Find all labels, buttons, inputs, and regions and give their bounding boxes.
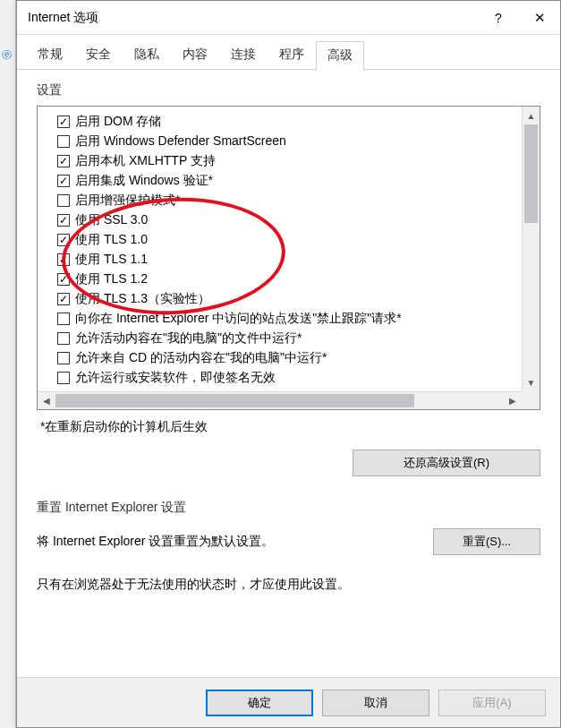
settings-listbox[interactable]: 启用 DOM 存储启用 Windows Defender SmartScreen… bbox=[37, 106, 540, 410]
restore-row: 还原高级设置(R) bbox=[37, 450, 540, 476]
tab-connections[interactable]: 连接 bbox=[219, 40, 268, 69]
internet-options-dialog: Internet 选项 ? ✕ 常规 安全 隐私 内容 连接 程序 高级 设置 … bbox=[16, 0, 561, 728]
list-item[interactable]: 允许活动内容在"我的电脑"的文件中运行* bbox=[57, 329, 516, 348]
cancel-button[interactable]: 取消 bbox=[322, 689, 429, 716]
restart-note: *在重新启动你的计算机后生效 bbox=[40, 419, 540, 435]
horizontal-scrollbar[interactable]: ◀ ▶ bbox=[38, 391, 522, 409]
tab-advanced[interactable]: 高级 bbox=[316, 41, 364, 70]
list-item-label: 启用 Windows Defender SmartScreen bbox=[75, 133, 286, 150]
list-item-label: 启用本机 XMLHTTP 支持 bbox=[75, 153, 216, 169]
reset-note: 只有在浏览器处于无法使用的状态时，才应使用此设置。 bbox=[37, 577, 540, 593]
checkbox[interactable] bbox=[57, 234, 70, 246]
list-item[interactable]: 使用 TLS 1.2 bbox=[57, 270, 516, 289]
list-item-label: 启用集成 Windows 验证* bbox=[75, 173, 213, 189]
reset-row: 将 Internet Explorer 设置重置为默认设置。 重置(S)... bbox=[37, 528, 540, 555]
ie-icon: ⓔ bbox=[2, 48, 14, 61]
checkbox[interactable] bbox=[57, 214, 70, 227]
list-item[interactable]: 启用 DOM 存储 bbox=[57, 112, 516, 132]
checkbox[interactable] bbox=[57, 194, 70, 207]
hscroll-thumb[interactable] bbox=[55, 394, 414, 407]
list-item[interactable]: 启用本机 XMLHTTP 支持 bbox=[57, 151, 516, 171]
list-item-label: 向你在 Internet Explorer 中访问的站点发送"禁止跟踪"请求* bbox=[75, 311, 402, 327]
checkbox[interactable] bbox=[57, 293, 70, 305]
settings-list-inner: 启用 DOM 存储启用 Windows Defender SmartScreen… bbox=[38, 107, 522, 391]
checkbox[interactable] bbox=[57, 135, 70, 148]
list-item-label: 允许来自 CD 的活动内容在"我的电脑"中运行* bbox=[75, 350, 327, 366]
checkbox[interactable] bbox=[57, 352, 70, 364]
list-item-label: 使用 TLS 1.1 bbox=[75, 252, 148, 268]
vertical-scrollbar[interactable]: ▲ ▼ bbox=[522, 107, 540, 391]
scroll-up-icon[interactable]: ▲ bbox=[523, 107, 540, 124]
tab-programs[interactable]: 程序 bbox=[268, 40, 316, 69]
scroll-track[interactable] bbox=[523, 124, 540, 373]
reset-button[interactable]: 重置(S)... bbox=[433, 528, 540, 555]
tab-content[interactable]: 内容 bbox=[171, 40, 219, 69]
checkbox[interactable] bbox=[57, 273, 70, 286]
apply-button[interactable]: 应用(A) bbox=[438, 689, 546, 716]
checkbox[interactable] bbox=[57, 253, 70, 266]
restore-advanced-button[interactable]: 还原高级设置(R) bbox=[353, 450, 540, 476]
list-item[interactable]: 启用 Windows Defender SmartScreen bbox=[57, 132, 516, 151]
window-left-edge: ⓔ bbox=[0, 0, 16, 728]
settings-label: 设置 bbox=[37, 82, 540, 98]
list-item-label: 允许运行或安装软件，即使签名无效 bbox=[75, 370, 276, 386]
scroll-thumb[interactable] bbox=[524, 124, 538, 223]
list-item[interactable]: 允许来自 CD 的活动内容在"我的电脑"中运行* bbox=[57, 348, 516, 368]
dialog-footer: 确定 取消 应用(A) bbox=[17, 677, 560, 727]
list-item[interactable]: 启用集成 Windows 验证* bbox=[57, 171, 516, 191]
list-item-label: 允许活动内容在"我的电脑"的文件中运行* bbox=[75, 330, 302, 347]
checkbox[interactable] bbox=[57, 332, 70, 345]
dialog-title: Internet 选项 bbox=[28, 10, 478, 26]
tab-general[interactable]: 常规 bbox=[26, 40, 74, 69]
reset-section-label: 重置 Internet Explorer 设置 bbox=[37, 500, 540, 516]
checkbox[interactable] bbox=[57, 372, 70, 384]
scroll-corner bbox=[522, 391, 540, 409]
checkbox[interactable] bbox=[57, 175, 70, 187]
tab-security[interactable]: 安全 bbox=[74, 40, 123, 69]
list-item[interactable]: 启用增强保护模式* bbox=[57, 191, 516, 210]
tab-strip: 常规 安全 隐私 内容 连接 程序 高级 bbox=[17, 35, 560, 70]
close-button[interactable]: ✕ bbox=[519, 1, 560, 35]
checkbox[interactable] bbox=[57, 155, 70, 167]
list-item-label: 使用 TLS 1.2 bbox=[75, 271, 148, 287]
list-item-label: 使用 SSL 3.0 bbox=[75, 212, 148, 228]
list-item-label: 使用 TLS 1.0 bbox=[75, 232, 148, 248]
list-item[interactable]: 允许运行或安装软件，即使签名无效 bbox=[57, 368, 516, 388]
list-item-label: 启用 DOM 存储 bbox=[75, 114, 161, 130]
list-item[interactable]: 使用 TLS 1.3（实验性） bbox=[57, 289, 516, 309]
hscroll-track[interactable] bbox=[55, 392, 504, 409]
list-item[interactable]: 向你在 Internet Explorer 中访问的站点发送"禁止跟踪"请求* bbox=[57, 309, 516, 329]
help-button[interactable]: ? bbox=[478, 1, 519, 35]
tab-privacy[interactable]: 隐私 bbox=[123, 40, 171, 69]
scroll-right-icon[interactable]: ▶ bbox=[504, 392, 522, 409]
list-item[interactable]: 使用 TLS 1.1 bbox=[57, 250, 516, 270]
scroll-down-icon[interactable]: ▼ bbox=[523, 373, 540, 391]
list-item-label: 启用增强保护模式* bbox=[75, 193, 180, 209]
list-item[interactable]: 使用 TLS 1.0 bbox=[57, 230, 516, 250]
list-item-label: 使用 TLS 1.3（实验性） bbox=[75, 291, 210, 307]
ok-button[interactable]: 确定 bbox=[206, 689, 313, 716]
tab-content-area: 设置 启用 DOM 存储启用 Windows Defender SmartScr… bbox=[17, 70, 560, 673]
titlebar: Internet 选项 ? ✕ bbox=[17, 1, 560, 35]
reset-description: 将 Internet Explorer 设置重置为默认设置。 bbox=[37, 534, 274, 550]
scroll-left-icon[interactable]: ◀ bbox=[38, 392, 55, 409]
list-item[interactable]: 使用 SSL 3.0 bbox=[57, 210, 516, 230]
checkbox[interactable] bbox=[57, 116, 70, 128]
checkbox[interactable] bbox=[57, 313, 70, 325]
